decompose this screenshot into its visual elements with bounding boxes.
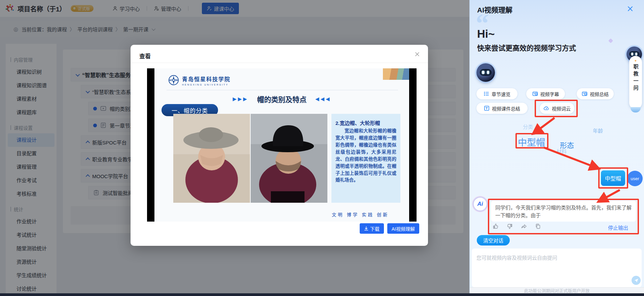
close-icon[interactable] <box>627 5 634 12</box>
bottom-bar <box>0 293 644 296</box>
panel-body: 宽边帽和大轮形帽的帽檐宽大平坦，帽座底边镶有一圈彩色绸带，帽檐边缘也有类似丝级包… <box>335 128 396 184</box>
wordcloud-word[interactable]: 分类 <box>523 123 533 130</box>
download-icon <box>364 226 368 231</box>
slide-title: 帽的类别及特点 <box>257 94 307 104</box>
divider <box>167 90 398 90</box>
question-input[interactable] <box>472 249 642 287</box>
slide-preview: 青岛恒星科技学院 HENGXING UNIVERSITY ▶▶▶ 帽的类别及特点… <box>154 68 409 222</box>
video-frame[interactable]: 青岛恒星科技学院 HENGXING UNIVERSITY ▶▶▶ 帽的类别及特点… <box>147 68 417 222</box>
chip-word-cloud[interactable]: 视频词云 <box>540 103 574 114</box>
greeting: Hi~ <box>477 28 495 40</box>
chip-video-subtitles[interactable]: 视频字幕 <box>526 88 565 99</box>
download-button[interactable]: 下载 <box>360 223 384 234</box>
thumbs-down-icon[interactable] <box>507 223 513 231</box>
slide-motto: 文明 博学 实践 创新 <box>332 211 389 218</box>
ai-video-panel: AI视频理解 “ Hi~ 快来尝试更高效的视频学习方式 ✦ 职教一问 章节速览 … <box>469 0 644 296</box>
thumbs-up-icon[interactable] <box>493 223 499 231</box>
robot-avatar <box>476 63 495 82</box>
sparkle-icon: ✦ <box>634 59 637 63</box>
chip-video-summary[interactable]: 视频总结 <box>577 88 614 99</box>
slide-text-panel: 2.宽边帽、大轮形帽 宽边帽和大轮形帽的帽檐宽大平坦，帽座底边镶有一圈彩色绸带，… <box>331 114 400 203</box>
ai-avatar: Ai <box>473 197 488 211</box>
stop-output-link[interactable]: 停止输出 <box>608 224 628 231</box>
wordcloud-word[interactable]: 材料 <box>557 147 567 155</box>
video-subtitle-icon <box>532 91 538 97</box>
ai-message-bubble: 同学们，今天我们来学习帽的类别及特点。首先，我们来了解一下帽的分类。由于 <box>491 201 636 222</box>
photo-woman-black-hat <box>251 114 327 203</box>
modal-title: 查看 <box>139 52 151 60</box>
user-message-bubble: 中型帽 <box>601 170 625 186</box>
triangles-right-icon: ▶▶▶ <box>232 96 248 102</box>
copy-icon[interactable] <box>535 223 541 231</box>
ai-video-understand-button[interactable]: AI视频理解 <box>387 223 419 234</box>
list-icon <box>484 91 489 97</box>
view-modal: 查看 青岛恒星科技学院 HENGXING UNIVERSITY ▶▶▶ 帽 <box>131 45 428 246</box>
beta-note: 此功能公测期间对正式版用户开放 <box>470 287 644 294</box>
triangles-left-icon: ◀◀◀ <box>315 96 331 102</box>
widget-decoration <box>631 107 641 112</box>
compass-logo-icon <box>168 74 179 86</box>
wordcloud-word-highlighted[interactable]: 中型帽 <box>518 135 545 149</box>
video-summary-icon <box>582 91 587 97</box>
chip-courseware-summary[interactable]: 视频课件总结 <box>476 103 528 114</box>
university-logo: 青岛恒星科技学院 HENGXING UNIVERSITY <box>168 74 230 86</box>
cloud-icon <box>543 105 549 111</box>
campus-photo <box>383 68 409 80</box>
text-icon <box>484 105 490 111</box>
wordcloud-word[interactable]: 年龄 <box>593 127 603 134</box>
paper-plane-icon <box>634 278 639 283</box>
close-icon[interactable] <box>414 51 421 58</box>
user-avatar: user <box>627 171 643 186</box>
floating-assistant-widget[interactable]: ✦ 职教一问 <box>629 56 642 109</box>
photo-woman-gray-hat <box>173 114 250 203</box>
divider <box>131 63 428 63</box>
send-button[interactable] <box>632 276 641 285</box>
panel-title: 2.宽边帽、大轮形帽 <box>335 119 396 126</box>
share-icon[interactable] <box>521 223 527 231</box>
sparkle-decoration <box>608 38 613 43</box>
greeting-subtitle: 快来尝试更高效的视频学习方式 <box>477 42 576 53</box>
clear-chat-button[interactable]: 清空对话 <box>477 235 510 245</box>
chip-chapter-overview[interactable]: 章节速览 <box>476 88 517 99</box>
